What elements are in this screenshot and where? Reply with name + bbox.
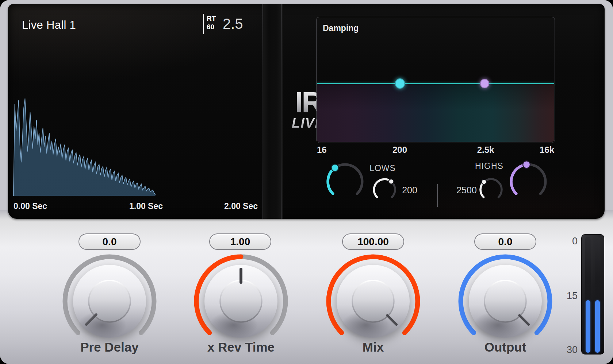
rev-time-knob-inner <box>220 280 262 322</box>
mix-knob[interactable] <box>326 254 421 349</box>
rev-time-value[interactable]: 1.00 <box>209 233 271 250</box>
highs-amount-knob[interactable] <box>477 176 505 204</box>
rev-time-label: x Rev Time <box>194 340 288 355</box>
highs-label: HIGHS <box>471 161 507 171</box>
rt60-divider <box>203 14 204 34</box>
divider-highlight-right <box>281 4 282 219</box>
rt60-value: 2.5 <box>223 16 243 32</box>
meter-bar-left <box>586 300 590 353</box>
level-meter <box>581 234 604 355</box>
damping-curve-fill <box>317 84 554 142</box>
meter-scale-15: 15 <box>563 290 578 302</box>
damping-high-node[interactable] <box>480 79 489 88</box>
pre-delay-knob[interactable] <box>62 254 157 349</box>
lows-highs-divider <box>437 184 438 207</box>
pre-delay-value[interactable]: 0.0 <box>78 233 141 250</box>
meter-bar-right <box>595 300 600 353</box>
lows-amount-dot[interactable] <box>389 179 394 184</box>
meter-scale-30: 30 <box>563 344 578 356</box>
highs-amount-dot[interactable] <box>482 179 487 185</box>
freq-tick-2.5k: 2.5k <box>472 145 499 155</box>
rev-time-knob[interactable] <box>194 254 288 349</box>
damping-title: Damping <box>323 23 359 33</box>
time-label-1: 1.00 Sec <box>124 201 168 211</box>
plugin-window: Live Hall 1 RT60 2.5 0.00 Sec 1.00 Sec 2… <box>0 0 613 364</box>
highs-value[interactable]: 2500 <box>452 185 481 195</box>
freq-tick-200: 200 <box>388 145 412 155</box>
divider-highlight-left <box>263 4 263 219</box>
freq-tick-16k: 16k <box>530 145 554 155</box>
damping-low-node[interactable] <box>395 78 405 89</box>
mix-value[interactable]: 100.00 <box>342 233 404 250</box>
lows-amount-knob[interactable] <box>371 176 398 204</box>
output-label: Output <box>458 340 553 355</box>
lows-freq-knob[interactable] <box>323 160 367 204</box>
preset-name[interactable]: Live Hall 1 <box>22 19 76 32</box>
lows-value[interactable]: 200 <box>395 185 424 195</box>
lows-knob-dot[interactable] <box>331 164 338 171</box>
highs-knob-arc <box>511 164 526 194</box>
time-label-0: 0.00 Sec <box>14 201 47 211</box>
output-value[interactable]: 0.0 <box>474 233 536 250</box>
rt60-label: RT60 <box>207 14 216 31</box>
highs-knob-dot[interactable] <box>523 161 530 168</box>
screen-divider-strip <box>263 4 283 219</box>
pre-delay-label: Pre Delay <box>62 340 157 355</box>
display-screen: Live Hall 1 RT60 2.5 0.00 Sec 1.00 Sec 2… <box>8 4 605 219</box>
highs-freq-knob[interactable] <box>506 160 550 204</box>
waveform-fill <box>14 98 156 196</box>
meter-scale-0: 0 <box>563 236 578 247</box>
lows-label: LOWS <box>364 163 401 173</box>
impulse-response-waveform <box>12 95 267 201</box>
mix-label: Mix <box>326 340 421 355</box>
freq-tick-16: 16 <box>317 145 327 155</box>
output-knob[interactable] <box>458 254 553 349</box>
time-label-2: 2.00 Sec <box>219 201 263 211</box>
